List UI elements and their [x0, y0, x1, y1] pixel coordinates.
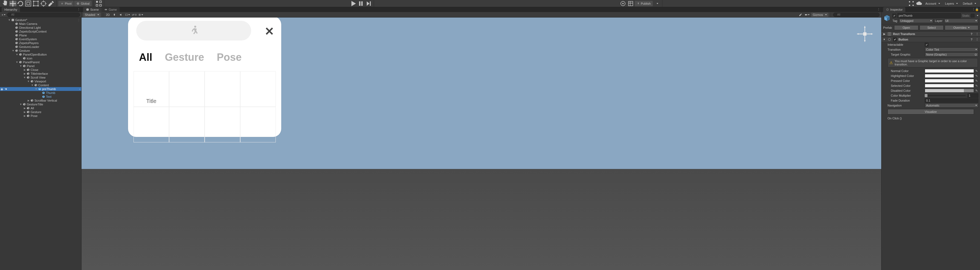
lighting-toggle-icon[interactable]	[112, 13, 117, 17]
scale-tool-icon[interactable]	[25, 1, 32, 6]
hierarchy-item[interactable]: ZepetoScriptContext	[0, 30, 81, 34]
layers-dropdown[interactable]: Layers	[943, 1, 960, 6]
component-menu-icon[interactable]: ⋮	[975, 32, 979, 36]
account-dropdown[interactable]: Account	[923, 1, 942, 6]
hierarchy-item[interactable]: ▼PanelParent	[0, 60, 81, 64]
camera-icon[interactable]	[805, 13, 810, 17]
object-picker-icon[interactable]: ⊙	[975, 53, 977, 56]
visualize-button[interactable]: Visualize	[888, 109, 974, 115]
static-dropdown-icon[interactable]	[977, 15, 978, 16]
mode-2d-toggle[interactable]: 2D	[105, 13, 110, 17]
hand-tool-icon[interactable]	[2, 1, 9, 6]
active-checkbox[interactable]	[892, 14, 896, 18]
eyedropper-icon[interactable]: ✎	[975, 69, 978, 73]
pause-button-icon[interactable]	[357, 1, 364, 6]
hierarchy-item[interactable]: ▼Content	[0, 83, 81, 87]
cloud-icon[interactable]	[915, 1, 923, 6]
scene-row[interactable]: ▼Gesture*⋮	[0, 18, 81, 22]
hierarchy-item[interactable]: ▶Scrollbar Vertical	[0, 99, 81, 102]
button-enabled-checkbox[interactable]	[893, 38, 897, 42]
transition-dropdown[interactable]: Color Tint	[925, 47, 978, 52]
orientation-gizmo[interactable]	[854, 23, 876, 45]
gameobject-icon[interactable]	[883, 14, 891, 22]
color-multiplier-input[interactable]	[967, 93, 978, 98]
pivot-toggle[interactable]: Pivot	[58, 1, 73, 6]
hidden-objects-icon[interactable]: 0	[132, 13, 137, 17]
move-tool-icon[interactable]	[9, 1, 16, 6]
snap-toggle-icon[interactable]	[95, 1, 102, 6]
rect-tool-icon[interactable]	[32, 1, 40, 6]
eyedropper-icon[interactable]: ✎	[975, 74, 978, 78]
hierarchy-item[interactable]: Main Camera	[0, 22, 81, 26]
custom-tools-icon[interactable]	[48, 1, 55, 6]
shading-mode-dropdown[interactable]: Shaded	[83, 13, 101, 17]
tools-icon[interactable]	[798, 13, 803, 17]
button-component-header[interactable]: ▼ Button ? ⋮	[881, 37, 980, 42]
publish-dropdown-icon[interactable]	[653, 1, 660, 6]
navigation-dropdown[interactable]: Automatic	[925, 103, 978, 108]
scene-tab[interactable]: Scene	[83, 7, 102, 12]
hierarchy-item[interactable]: ◉☚▼preThumb›	[0, 87, 81, 91]
hierarchy-item[interactable]: ▼Viewport	[0, 80, 81, 83]
hierarchy-item[interactable]: GestureLoader	[0, 45, 81, 49]
help-icon[interactable]: ?	[970, 32, 974, 35]
fade-duration-input[interactable]	[925, 98, 978, 103]
game-tab[interactable]: Game	[102, 7, 119, 12]
gameobject-name-input[interactable]	[897, 13, 961, 18]
component-menu-icon[interactable]: ⋮	[975, 38, 979, 42]
panel-menu-icon[interactable]: ⋮	[877, 8, 880, 11]
inspector-tab[interactable]: Inspector	[883, 7, 905, 12]
hierarchy-item[interactable]: ▼Scroll View	[0, 75, 81, 80]
hierarchy-item[interactable]: ▶Pose	[0, 114, 81, 118]
panel-menu-icon[interactable]: ⋮	[972, 8, 975, 11]
pickable-icon[interactable]: ☚	[5, 87, 7, 91]
panel-menu-icon[interactable]: ⋮	[77, 8, 80, 11]
hierarchy-item[interactable]: icon	[0, 56, 81, 60]
static-checkbox[interactable]	[971, 14, 975, 18]
lock-icon[interactable]: 🔒	[975, 8, 979, 11]
fx-toggle-icon[interactable]	[125, 13, 130, 17]
rotate-tool-icon[interactable]	[17, 1, 24, 6]
step-button-icon[interactable]	[365, 1, 372, 6]
hierarchy-tab[interactable]: Hierarchy	[2, 7, 20, 12]
prefab-overrides-dropdown[interactable]: Overrides	[945, 25, 978, 30]
layer-dropdown[interactable]: UI	[944, 19, 978, 23]
hierarchy-item[interactable]: ▼Gesture	[0, 49, 81, 53]
hierarchy-item[interactable]: ▶Gesture	[0, 110, 81, 114]
settings-icon[interactable]	[908, 1, 915, 6]
disabled-color-swatch[interactable]	[925, 89, 974, 93]
global-toggle[interactable]: Global	[74, 1, 92, 6]
visibility-icon[interactable]: ◉	[0, 87, 3, 91]
grid-toggle-icon[interactable]	[138, 13, 143, 17]
hierarchy-item[interactable]: Directional Light	[0, 26, 81, 30]
tag-dropdown[interactable]: Untagged	[899, 19, 933, 23]
hierarchy-item[interactable]: Thumb	[0, 91, 81, 95]
transform-tool-icon[interactable]	[40, 1, 47, 6]
selected-color-swatch[interactable]	[925, 84, 974, 88]
prefab-open-button[interactable]: Open	[894, 25, 918, 30]
hierarchy-item[interactable]: ▼Panel	[0, 64, 81, 68]
hierarchy-item[interactable]: ▶TitleInterface	[0, 72, 81, 75]
pressed-color-swatch[interactable]	[925, 79, 974, 83]
scene-viewport[interactable]: ✕ All Gesture Pose Title	[81, 18, 881, 270]
eyedropper-icon[interactable]: ✎	[975, 89, 978, 93]
help-icon[interactable]: ?	[970, 38, 974, 41]
eyedropper-icon[interactable]: ✎	[975, 79, 978, 83]
prefab-select-button[interactable]: Select	[920, 25, 943, 30]
interactable-checkbox[interactable]	[925, 43, 929, 46]
hierarchy-item[interactable]: EventSystem	[0, 37, 81, 41]
audio-toggle-icon[interactable]	[118, 13, 123, 17]
color-multiplier-slider[interactable]	[925, 95, 966, 96]
hierarchy-item[interactable]: ▶Close	[0, 68, 81, 72]
hierarchy-item[interactable]: ▶All	[0, 106, 81, 110]
collab-icon[interactable]	[619, 1, 627, 6]
normal-color-swatch[interactable]	[925, 69, 974, 73]
gizmos-dropdown[interactable]: Gizmos	[811, 13, 829, 17]
publish-button[interactable]: Publish	[635, 1, 653, 6]
hierarchy-item[interactable]: Text	[0, 95, 81, 99]
eyedropper-icon[interactable]: ✎	[975, 84, 978, 88]
services-icon[interactable]	[627, 1, 634, 6]
hierarchy-item[interactable]: ZepetoPlayers	[0, 41, 81, 45]
hierarchy-item[interactable]: ▼PanelOpenButton	[0, 53, 81, 56]
hierarchy-item[interactable]: Plane	[0, 34, 81, 37]
